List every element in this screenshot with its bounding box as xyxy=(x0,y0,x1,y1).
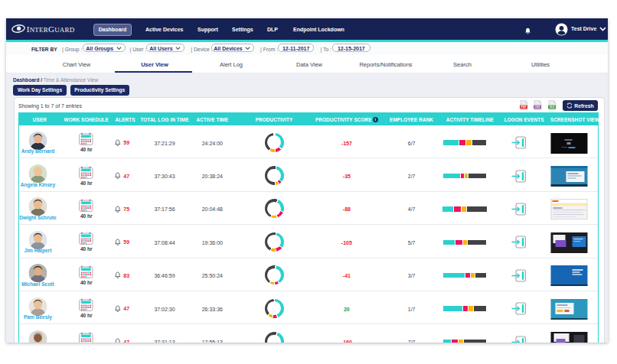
svg-text:CSV: CSV xyxy=(535,106,540,109)
svg-text:XLS: XLS xyxy=(549,106,553,109)
svg-text:PDF: PDF xyxy=(521,106,525,109)
